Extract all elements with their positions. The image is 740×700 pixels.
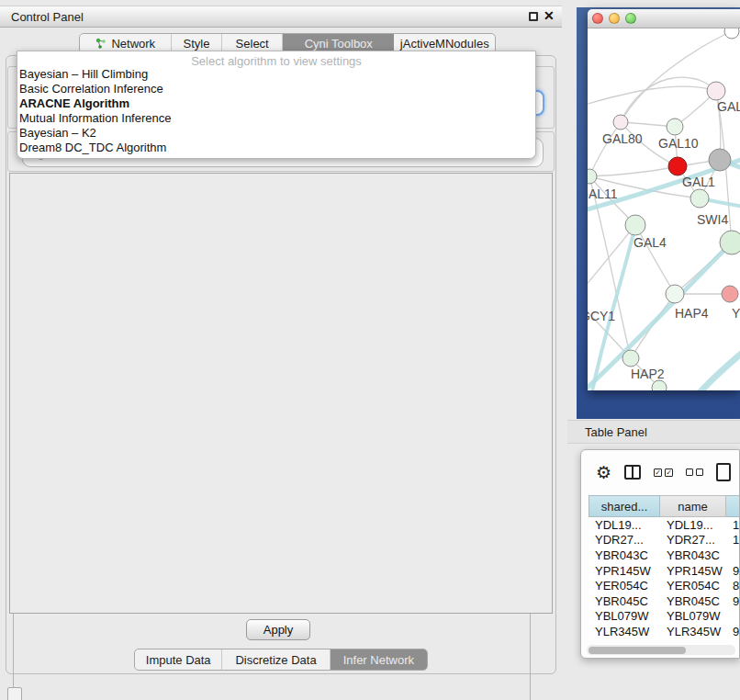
table-cell: YER054C: [660, 579, 726, 593]
network-edge[interactable]: [589, 122, 621, 176]
table-cell: 9.: [726, 594, 740, 608]
network-node[interactable]: [666, 285, 684, 303]
table-row[interactable]: YBR045CYBR045C9.: [589, 593, 740, 609]
split-pane-icon[interactable]: [624, 465, 641, 480]
table-window: ⚙ ✓✓ shared... name YDL19...YDL19...13YD…: [580, 449, 740, 659]
network-node[interactable]: [622, 350, 639, 367]
node-label: GAL4: [633, 235, 667, 250]
node-label: Y: [732, 306, 740, 321]
table-body[interactable]: YDL19...YDL19...13YDR27...YDR27...12YBR0…: [589, 517, 740, 640]
apply-button[interactable]: Apply: [246, 619, 310, 640]
algorithm-option[interactable]: Basic Correlation Inference: [17, 82, 535, 96]
tab-discretize-data[interactable]: Discretize Data: [222, 649, 330, 670]
network-canvas[interactable]: GALGAL80GAL10GAL1GAL11GAL4SWI4GCY1HAP4YH…: [588, 28, 740, 390]
control-panel-titlebar: Control Panel: [0, 6, 562, 28]
algorithm-option[interactable]: Mutual Information Inference: [17, 111, 535, 126]
network-node[interactable]: [724, 28, 739, 39]
panel-corner-button[interactable]: [7, 687, 22, 700]
table-cell: 8.: [726, 579, 740, 593]
close-icon[interactable]: ✕: [544, 8, 555, 23]
gear-icon[interactable]: ⚙: [596, 464, 611, 481]
network-node[interactable]: [690, 189, 709, 208]
table-cell: YBR043C: [589, 548, 660, 562]
column-header-shared-name[interactable]: shared...: [589, 495, 660, 517]
table-panel-titlebar: Table Panel: [567, 420, 740, 444]
network-edge[interactable]: [690, 345, 740, 390]
table-row[interactable]: YLR345WYLR345W9.: [589, 624, 740, 639]
control-panel-title: Control Panel: [11, 10, 84, 24]
minimize-traffic-light-icon[interactable]: [609, 13, 620, 24]
table-cell: YBR045C: [660, 594, 726, 608]
table-cell: YLR345W: [589, 625, 660, 638]
network-canvas-svg: GALGAL80GAL10GAL1GAL11GAL4SWI4GCY1HAP4YH…: [588, 28, 740, 390]
bottom-tabbar: Impute Data Discretize Data Infer Networ…: [134, 649, 428, 671]
float-window-icon[interactable]: [529, 12, 538, 21]
network-edge[interactable]: [588, 225, 635, 299]
table-cell: YER054C: [589, 579, 660, 593]
deselect-all-icon[interactable]: [686, 469, 703, 476]
algorithm-option[interactable]: Bayesian – K2: [17, 126, 535, 141]
network-edge[interactable]: [621, 77, 716, 122]
table-cell: YBR043C: [660, 548, 726, 562]
network-node[interactable]: [652, 380, 667, 390]
table-toolbar: ⚙ ✓✓: [581, 450, 739, 494]
node-label: HAP2: [631, 367, 665, 381]
table-hscrollbar-thumb[interactable]: [589, 647, 686, 654]
node-label: GAL1: [682, 175, 715, 189]
network-view-window: GALGAL80GAL10GAL1GAL11GAL4SWI4GCY1HAP4YH…: [588, 9, 740, 390]
table-cell: 9.: [726, 625, 740, 638]
network-node[interactable]: [709, 149, 731, 171]
tab-network-label: Network: [111, 37, 155, 51]
network-node[interactable]: [613, 115, 628, 130]
network-node[interactable]: [707, 82, 725, 100]
table-row[interactable]: YBR043CYBR043C: [589, 548, 740, 563]
document-icon[interactable]: [716, 463, 731, 481]
network-node[interactable]: [668, 157, 687, 175]
algorithm-option[interactable]: ARACNE Algorithm: [17, 96, 535, 111]
table-panel-title: Table Panel: [585, 425, 647, 439]
table-cell: 13: [726, 518, 740, 532]
algorithm-dropdown: Select algorithm to view settings Bayesi…: [17, 51, 536, 159]
table-cell: YDL19...: [589, 518, 660, 532]
table-row[interactable]: YDL19...YDL19...13: [589, 517, 740, 533]
algorithm-option[interactable]: Dream8 DC_TDC Algorithm: [17, 141, 535, 155]
network-node[interactable]: [667, 119, 683, 135]
network-node[interactable]: [720, 231, 740, 254]
table-cell: YDR27...: [589, 533, 660, 547]
column-header-name[interactable]: name: [660, 495, 726, 517]
algorithm-option[interactable]: Bayesian – Hill Climbing: [17, 67, 535, 82]
network-window-titlebar: [588, 9, 740, 28]
network-edge[interactable]: [621, 31, 732, 122]
network-edge[interactable]: [589, 166, 678, 176]
table-cell: YDR27...: [660, 533, 726, 547]
table-cell: YBR045C: [589, 594, 660, 608]
tab-impute-data[interactable]: Impute Data: [135, 649, 222, 670]
tab-infer-network[interactable]: Infer Network: [331, 649, 427, 670]
table-cell: YPR145W: [589, 564, 660, 578]
column-header-partial[interactable]: [726, 495, 740, 517]
table-cell: 12: [726, 533, 740, 547]
table-row[interactable]: YER054CYER054C8.: [589, 578, 740, 593]
close-traffic-light-icon[interactable]: [592, 13, 603, 24]
app-root: { "control_panel": { "title": "Control P…: [0, 0, 740, 700]
network-node[interactable]: [722, 286, 738, 302]
table-row[interactable]: YIL052CYIL052C9: [589, 639, 740, 640]
table-cell: YDL19...: [660, 518, 726, 532]
table-cell: YBL079W: [589, 609, 660, 623]
node-label: SWI4: [697, 212, 728, 227]
table-cell: YLR345W: [660, 625, 726, 638]
select-all-icon[interactable]: ✓✓: [654, 469, 673, 477]
network-edge[interactable]: [588, 86, 716, 107]
node-label: GAL11: [588, 186, 618, 201]
settings-scrollpane: [9, 173, 553, 614]
table-cell: YBL079W: [660, 609, 726, 623]
algorithm-dropdown-list: Bayesian – Hill ClimbingBasic Correlatio…: [17, 67, 535, 155]
table-row[interactable]: YDR27...YDR27...12: [589, 533, 740, 548]
network-node[interactable]: [588, 169, 597, 184]
table-row[interactable]: YPR145WYPR145W9.: [589, 563, 740, 579]
table-row[interactable]: YBL079WYBL079W: [589, 609, 740, 625]
network-icon: [95, 38, 107, 50]
network-node[interactable]: [625, 215, 645, 235]
zoom-traffic-light-icon[interactable]: [625, 13, 636, 24]
table-cell: 9.: [726, 564, 740, 578]
